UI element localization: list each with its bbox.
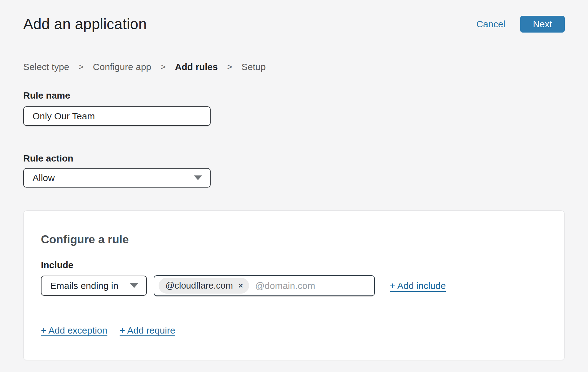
include-selector-value: Emails ending in <box>50 281 118 291</box>
include-value-tag-input[interactable]: @cloudflare.com ✕ <box>154 275 375 296</box>
add-include-link[interactable]: + Add include <box>390 281 446 291</box>
breadcrumb-step-setup[interactable]: Setup <box>241 62 265 72</box>
configure-rule-card: Configure a rule Include Emails ending i… <box>23 210 565 360</box>
domain-entry-input[interactable] <box>255 281 369 291</box>
add-exception-link[interactable]: + Add exception <box>41 325 107 336</box>
caret-down-icon <box>130 283 138 288</box>
include-rule-row: Emails ending in @cloudflare.com ✕ + Add… <box>41 275 547 296</box>
caret-down-icon <box>194 175 202 180</box>
breadcrumb-separator-icon: > <box>227 62 232 72</box>
rule-action-label: Rule action <box>23 153 565 164</box>
add-application-page: Add an application Cancel Next Select ty… <box>0 16 588 360</box>
rule-action-selected-value: Allow <box>33 173 55 183</box>
rule-name-input[interactable] <box>23 106 211 126</box>
include-label: Include <box>41 260 547 270</box>
rule-name-label: Rule name <box>23 90 565 101</box>
rule-extra-links: + Add exception + Add require <box>41 325 547 336</box>
email-domain-tag: @cloudflare.com ✕ <box>159 278 249 294</box>
remove-tag-icon[interactable]: ✕ <box>238 282 244 289</box>
include-selector-select[interactable]: Emails ending in <box>41 276 147 296</box>
breadcrumb-step-add-rules: Add rules <box>175 62 218 72</box>
next-button[interactable]: Next <box>520 16 565 33</box>
add-require-link[interactable]: + Add require <box>120 325 175 336</box>
breadcrumb: Select type > Configure app > Add rules … <box>23 62 565 72</box>
cancel-button[interactable]: Cancel <box>476 19 505 29</box>
breadcrumb-separator-icon: > <box>78 62 83 72</box>
rule-action-select[interactable]: Allow <box>23 168 211 188</box>
breadcrumb-step-select-type[interactable]: Select type <box>23 62 69 72</box>
card-title: Configure a rule <box>41 233 547 246</box>
topbar: Add an application Cancel Next <box>23 16 565 33</box>
breadcrumb-separator-icon: > <box>160 62 165 72</box>
tag-text: @cloudflare.com <box>165 281 233 291</box>
header-actions: Cancel Next <box>476 16 565 33</box>
breadcrumb-step-configure-app[interactable]: Configure app <box>93 62 151 72</box>
page-title: Add an application <box>23 16 147 33</box>
